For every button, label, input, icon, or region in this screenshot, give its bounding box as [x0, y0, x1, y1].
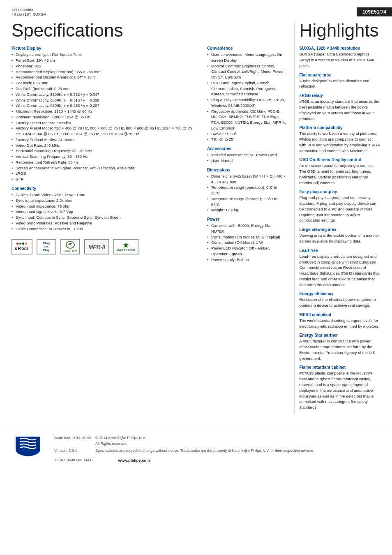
list-item: OSD Languages: English, French, German, … — [207, 80, 287, 97]
list-item: Dot Pitch (horizontal): 0.23 mm — [12, 86, 194, 92]
highlight-text: A manufacturer in compliance with power … — [300, 338, 380, 361]
highlight-text: Plug-and-play is a peripheral connectivi… — [300, 195, 380, 223]
list-item: Factory Preload Modes: 24 modes — [12, 137, 194, 143]
connectivity-heading: Connectivity — [12, 186, 194, 191]
specs-right-side: Convenience User convenience: Menu Langu… — [207, 21, 292, 414]
list-item: Phosphor: P22 — [12, 63, 194, 69]
highlight-text: An on-screen panel for adjusting a monit… — [300, 163, 380, 185]
list-item: Sync input impedance: 2.2k ohm — [12, 198, 194, 204]
list-item: Video Sync Polarities: Positive and Nega… — [12, 220, 194, 226]
highlight-heading: Flame retardant cabinet — [300, 365, 380, 370]
highlight-heading: Energy efficiency — [300, 291, 380, 296]
list-item: sRGB — [12, 171, 194, 176]
highlight-text: The ability to work with a variety of pl… — [300, 131, 380, 153]
highlight-item: Flame retardant cabinetPC/ABS plastic co… — [300, 365, 380, 410]
highlight-item: sRGB readysRGB is an industry standard t… — [300, 93, 380, 121]
connectivity-section: Connectivity Cables: D-sub Video Cable, … — [12, 186, 194, 231]
highlight-text: Viewing area is the visible portion of a… — [300, 233, 380, 244]
svg-text:PHILIPS: PHILIPS — [21, 452, 35, 456]
highlight-heading: Platform compatibility — [300, 125, 380, 130]
list-item: Recommended Display Area(inch): 14" × 10… — [12, 74, 194, 80]
list-item: Monitor Controls: Brightness Control, Co… — [207, 63, 287, 80]
dimensions-heading: Dimensions — [207, 168, 287, 172]
highlight-text: PC/ABS plastic composite is the industry… — [300, 370, 380, 410]
list-item: Video Dot Rate: 240 MHz — [12, 143, 194, 148]
list-item: Dot pitch: 0.27 mm — [12, 80, 194, 86]
highlight-item: SUXGA, 1920 × 1440 resolutionSUXGA (Supe… — [300, 46, 380, 68]
list-item: Sync Input: Composite Sync, Separate Syn… — [12, 215, 194, 220]
energy-star-logo: ★ ENERGY STAR — [113, 239, 138, 254]
list-item: Screen enhancement: Anti-glare Polarizer… — [12, 165, 194, 171]
highlight-heading: OSD On-Screen-Display control — [300, 157, 380, 162]
picture-display-section: Picture/Display Display screen type: Fla… — [12, 46, 194, 182]
nc-number: 12 NC: 8639 000 14442 — [54, 457, 94, 463]
list-item: Recommended Refresh Rate: 85 Hz — [12, 160, 194, 165]
website[interactable]: www.philips.com — [118, 457, 150, 463]
highlight-text: sRGB is an industry standard that ensure… — [300, 99, 380, 121]
list-item: Panel Size: 19"/ 46 cm — [12, 58, 194, 63]
list-item: Recommended display area(mm): 355 × 265 … — [12, 69, 194, 75]
list-item: Dimensions (with base) (W × H × D): 440 … — [207, 173, 287, 185]
version: Version: 3.0.4 — [54, 447, 95, 454]
picture-display-heading: Picture/Display — [12, 46, 194, 51]
specifications-column: Specifications Picture/Display Display s… — [0, 16, 201, 419]
highlight-heading: Flat square tube — [300, 73, 380, 77]
highlight-heading: sRGB ready — [300, 93, 380, 98]
product-type: CRT monitor — [12, 7, 380, 12]
list-item: Video input signal levels: 0.7 Vpp — [12, 209, 194, 215]
list-item: Weight: 17.8 kg — [207, 207, 287, 213]
list-item: Power LED indicator: Off - Amber, Operat… — [207, 245, 287, 257]
dimensions-list: Dimensions (with base) (W × H × D): 440 … — [207, 173, 287, 213]
list-item: Consumption (Off Mode): 1 W — [207, 240, 287, 245]
disclaimer: Specifications are subject to change wit… — [95, 447, 318, 454]
highlight-item: Energy efficiencyReduction of the electr… — [300, 291, 380, 308]
picture-display-list: Display screen type: Flat Square Tube Pa… — [12, 52, 194, 182]
highlight-text: A tube designed to reduce distortion and… — [300, 78, 380, 90]
product-size: 48 cm (19") SUXGA — [12, 12, 380, 16]
list-item: Complies with: E2000, Energy Star, NUTEK — [207, 223, 287, 234]
lead-free-logo: Lead Free! — [60, 239, 81, 254]
highlight-heading: Lead-free — [300, 248, 380, 253]
highlight-text: The world standard setting stringent lev… — [300, 318, 380, 329]
list-item: Cables: D-sub Video Cable, Power Cord — [12, 192, 194, 198]
certification-logos: sRGB Plug and Play Lead Free! MPR- — [12, 239, 194, 254]
highlight-item: OSD On-Screen-Display controlAn on-scree… — [300, 157, 380, 185]
list-item: Video input impedance: 75 ohm — [12, 204, 194, 209]
highlight-item: Lead-freeLead-free display products are … — [300, 248, 380, 288]
highlight-item: Platform compatibilityThe ability to wor… — [300, 125, 380, 153]
highlight-item: Energy Star partnerA manufacturer in com… — [300, 333, 380, 361]
highlight-item: Large viewing areaViewing area is the vi… — [300, 227, 380, 244]
list-item: Cable Connection: AC Power in, D-sub — [12, 226, 194, 232]
list-item: Maximum Resolution: 1920 × 1440 @ 60 Hz — [12, 109, 194, 114]
list-item: Factory Preset Mode: 720 × 400 @ 70 Hz, … — [12, 125, 194, 137]
connectivity-list: Cables: D-sub Video Cable, Power Cord Sy… — [12, 192, 194, 231]
highlights-list: SUXGA, 1920 × 1440 resolutionSUXGA (Supe… — [300, 46, 380, 410]
highlight-text: SUXGA (Super Ultra Extended Graphics Arr… — [300, 51, 380, 68]
power-list: Complies with: E2000, Energy Star, NUTEK… — [207, 223, 287, 262]
list-item: User Manual — [207, 158, 287, 164]
list-item: Plug & Play Compatibility: DDC 2B, sRGB,… — [207, 97, 287, 109]
highlight-heading: Easy plug-and-play — [300, 190, 380, 194]
list-item: Consumption (On mode): 65 w (Typical) — [207, 234, 287, 240]
highlight-heading: Large viewing area — [300, 227, 380, 232]
list-item: Regulatory approvals: CE Mark, FCC-B, UL… — [207, 109, 287, 131]
right-column: Convenience User convenience: Menu Langu… — [201, 16, 392, 419]
highlight-heading: MPRII compliant — [300, 312, 380, 317]
power-section: Power Complies with: E2000, Energy Star,… — [207, 217, 287, 262]
list-item: Display screen type: Flat Square Tube — [12, 52, 194, 58]
accessories-heading: Accessories — [207, 146, 287, 151]
top-meta: CRT monitor 48 cm (19") SUXGA — [0, 0, 392, 16]
list-item: White Chromaticity, 9300K: x = 0.283 / y… — [12, 103, 194, 109]
convenience-list: User convenience: Menu Languages, On-scr… — [207, 52, 287, 142]
plug-play-logo: Plug and Play — [37, 239, 56, 254]
list-item: User convenience: Menu Languages, On-scr… — [207, 52, 287, 63]
list-item: Swivel: +/- 90° — [207, 131, 287, 137]
list-item: Temperature range (operation): 0°C to 35… — [207, 185, 287, 196]
list-item: Included accessories: AC Power Cord — [207, 152, 287, 158]
footer-meta: Issue date 2014-02-06 © 2014 Koninklijke… — [54, 435, 380, 463]
srgb-logo: sRGB — [12, 239, 32, 254]
accessories-section: Accessories Included accessories: AC Pow… — [207, 146, 287, 164]
list-item: Vertical Scanning Frequency: 50 - 160 Hz — [12, 154, 194, 160]
dimensions-section: Dimensions Dimensions (with base) (W × H… — [207, 168, 287, 213]
highlight-heading: SUXGA, 1920 × 1440 resolution — [300, 46, 380, 51]
